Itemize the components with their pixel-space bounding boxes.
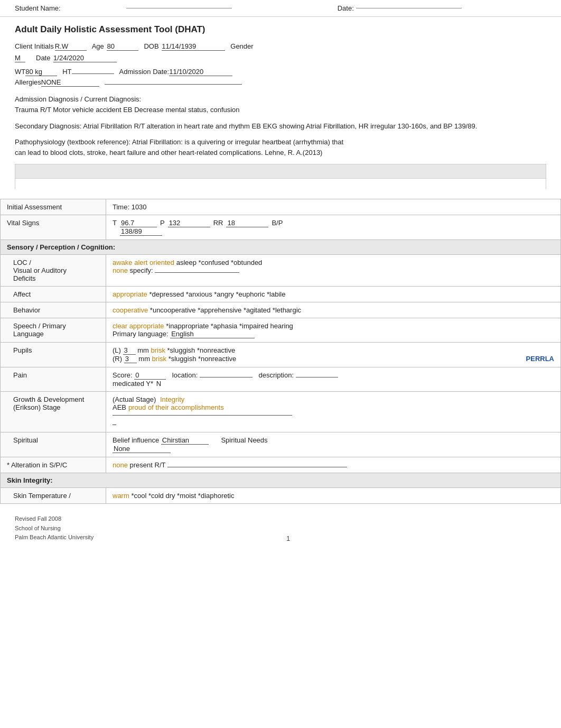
vital-line2: 138/89 <box>120 227 554 236</box>
affect-orange: appropriate <box>113 290 147 298</box>
behavior-rest: *uncooperative *apprehensive *agitated *… <box>150 306 301 314</box>
admission-date-value: 11/10/2020 <box>169 68 232 76</box>
pathophysiology-text2: can lead to blood clots, stroke, heart f… <box>15 148 546 159</box>
student-name-line <box>126 8 232 8</box>
secondary-diagnosis-section: Secondary Diagnosis: Atrial Fibrillation… <box>15 121 546 132</box>
loc-label2: Visual or Auditory <box>13 266 67 274</box>
actual-stage-orange: Integrity <box>160 395 184 403</box>
student-name-label: Student Name: <box>15 4 61 12</box>
loc-specify: specify: <box>130 266 155 274</box>
top-section: Adult Daily Holistic Assessment Tool (DH… <box>0 17 561 189</box>
pupils-l-unit: mm <box>137 346 149 354</box>
growth-line2: AEB proud of their accomplishments <box>113 403 554 411</box>
growth-label: Growth & Development (Erikson) Stage <box>1 392 106 432</box>
t-label: T <box>113 219 117 227</box>
pain-value: Score: 0 location: description: medicate… <box>106 367 561 392</box>
speech-line2: Primary language: English <box>113 330 554 338</box>
growth-label1: Growth & Development <box>13 395 84 403</box>
spiritual-needs-label: Spiritual Needs <box>221 436 267 444</box>
secondary-diagnosis-text: Secondary Diagnosis: Atrial Fibrillation… <box>15 121 546 132</box>
date-value: 1/24/2020 <box>53 54 117 62</box>
vital-line1: T 96.7 P 132 RR 18 B/P <box>113 219 554 227</box>
growth-value: (Actual Stage) Integrity AEB proud of th… <box>106 392 561 432</box>
initial-assessment-value: Time: 1030 <box>106 199 561 215</box>
date-line <box>356 8 462 8</box>
pupils-label: Pupils <box>1 343 106 367</box>
gender-value: M <box>15 54 25 62</box>
time-label: Time: <box>113 203 129 211</box>
affect-value: appropriate *depressed *anxious *angry *… <box>106 287 561 302</box>
spiritual-label: Spiritual <box>1 432 106 457</box>
growth-label2: (Erikson) Stage <box>13 403 61 411</box>
pain-location-label: location: <box>172 371 198 379</box>
vital-signs-row: Vital Signs T 96.7 P 132 RR 18 B/P 138/8… <box>1 215 561 240</box>
skin-integrity-heading: Skin Integrity: <box>1 473 561 488</box>
pathophysiology-text1: Pathophysiology (textbook reference): At… <box>15 137 546 148</box>
behavior-orange: cooperative <box>113 306 148 314</box>
perrla-label: PERRLA <box>526 355 554 363</box>
date-label2: Date <box>36 54 50 62</box>
skin-integrity-header: Skin Integrity: <box>1 473 561 488</box>
growth-block: (Actual Stage) Integrity AEB proud of th… <box>113 395 554 428</box>
behavior-value: cooperative *uncooperative *apprehensive… <box>106 302 561 318</box>
speech-label1: Speech / Primary <box>13 322 66 330</box>
speech-label: Speech / Primary Language <box>1 318 106 343</box>
pupils-row: Pupils (L) 3 mm brisk *sluggish *nonreac… <box>1 343 561 367</box>
loc-label3: Deficits <box>13 274 36 282</box>
speech-line1: clear appropriate *inappropriate *aphasi… <box>113 322 554 330</box>
belief-label: Belief influence <box>113 436 159 444</box>
header-bar: Student Name: Date: <box>0 0 561 17</box>
belief-value: Chirstian <box>161 436 209 445</box>
client-info-row1: Client Initials R.W Age 80 DOB 11/14/193… <box>15 42 546 51</box>
allergies-value: NONE <box>41 78 99 87</box>
speech-orange: clear appropriate <box>113 322 164 330</box>
pain-score-label: Score: <box>113 371 133 379</box>
growth-dash: – <box>113 420 554 428</box>
t-value: 96.7 <box>120 219 157 227</box>
pain-block: Score: 0 location: description: medicate… <box>113 371 554 388</box>
loc-specify-value <box>155 272 239 273</box>
diagnosis-text: Trauma R/T Motor vehicle accident EB Dec… <box>15 105 546 115</box>
footer-line1: Revised Fall 2008 <box>15 514 94 524</box>
age-value: 80 <box>107 42 138 51</box>
alteration-label: * Alteration in S/P/C <box>1 457 106 473</box>
footer-line3: Palm Beach Atlantic University <box>15 533 94 542</box>
skin-temp-orange: warm <box>113 492 129 500</box>
pathophysiology-section: Pathophysiology (textbook reference): At… <box>15 137 546 159</box>
affect-row: Affect appropriate *depressed *anxious *… <box>1 287 561 302</box>
alteration-value: none present R/T <box>106 457 561 473</box>
alteration-present: present R/T <box>130 461 166 469</box>
loc-value: awake alert oriented asleep *confused *o… <box>106 255 561 287</box>
loc-row: LOC / Visual or Auditory Deficits awake … <box>1 255 561 287</box>
pupils-l-value: 3 <box>123 346 136 355</box>
dob-label: DOB <box>144 42 158 50</box>
speech-row: Speech / Primary Language clear appropri… <box>1 318 561 343</box>
footer-page-number: 1 <box>286 535 290 542</box>
pain-description-value <box>296 377 338 377</box>
pupils-value: (L) 3 mm brisk *sluggish *nonreactive (R… <box>106 343 561 367</box>
pupils-l-label: (L) <box>113 346 121 354</box>
affect-label: Affect <box>1 287 106 302</box>
bp-label: B/P <box>272 219 283 227</box>
spiritual-line2: None <box>113 445 554 453</box>
spiritual-none-value: None <box>113 445 171 453</box>
allergy-row: Allergies NONE <box>15 78 546 87</box>
initial-assessment-label: Initial Assessment <box>1 199 106 215</box>
loc-rest: asleep *confused *obtunded <box>176 259 263 266</box>
main-title: Adult Daily Holistic Assessment Tool (DH… <box>15 24 546 35</box>
loc-line2: none specify: <box>113 266 554 274</box>
loc-label: LOC / Visual or Auditory Deficits <box>1 255 106 287</box>
pupils-l-rest: *sluggish *nonreactive <box>167 346 236 354</box>
speech-rest: *inappropriate *aphasia *impaired hearin… <box>166 322 293 330</box>
wt-value: 80 kg <box>25 68 57 76</box>
primary-lang-value: English <box>170 330 255 338</box>
growth-underline-row <box>113 411 554 419</box>
vital-signs-label: Vital Signs <box>1 215 106 240</box>
affect-rest: *depressed *anxious *angry *euphoric *la… <box>149 290 285 298</box>
age-label: Age <box>92 42 104 50</box>
spiritual-block: Belief influence Chirstian Spiritual Nee… <box>113 436 554 453</box>
gender-label: Gender <box>230 42 253 50</box>
assessment-table: Initial Assessment Time: 1030 Vital Sign… <box>0 199 561 504</box>
wt-row: WT 80 kg HT Admission Date: 11/10/2020 <box>15 68 546 76</box>
spiritual-value: Belief influence Chirstian Spiritual Nee… <box>106 432 561 457</box>
